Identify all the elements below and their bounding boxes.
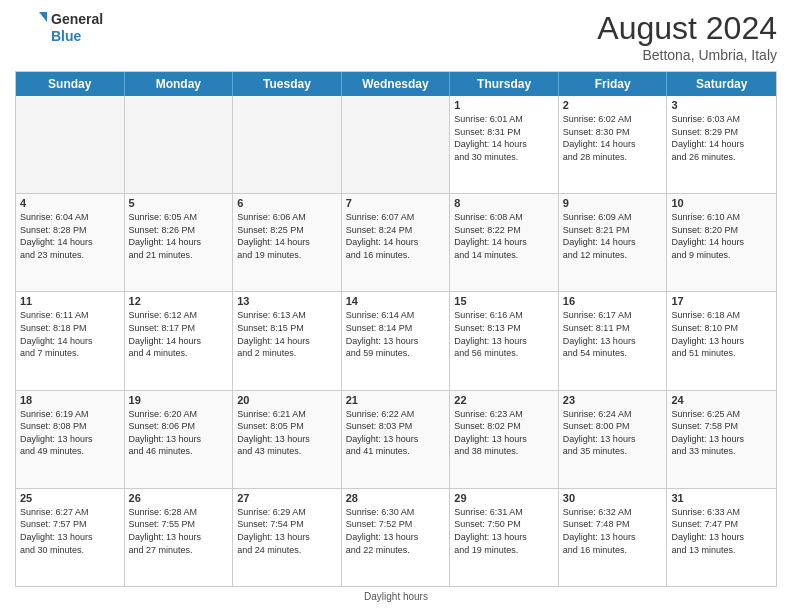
table-row: 14Sunrise: 6:14 AMSunset: 8:14 PMDayligh… [342, 292, 451, 389]
page: General Blue August 2024 Bettona, Umbria… [0, 0, 792, 612]
week-row-1: 1Sunrise: 6:01 AMSunset: 8:31 PMDaylight… [16, 96, 776, 194]
day-number: 17 [671, 295, 772, 307]
cell-info: Sunrise: 6:24 AMSunset: 8:00 PMDaylight:… [563, 408, 663, 458]
cell-info: Sunrise: 6:27 AMSunset: 7:57 PMDaylight:… [20, 506, 120, 556]
table-row: 30Sunrise: 6:32 AMSunset: 7:48 PMDayligh… [559, 489, 668, 586]
table-row: 15Sunrise: 6:16 AMSunset: 8:13 PMDayligh… [450, 292, 559, 389]
table-row: 5Sunrise: 6:05 AMSunset: 8:26 PMDaylight… [125, 194, 234, 291]
cell-info: Sunrise: 6:28 AMSunset: 7:55 PMDaylight:… [129, 506, 229, 556]
cell-info: Sunrise: 6:29 AMSunset: 7:54 PMDaylight:… [237, 506, 337, 556]
day-number: 18 [20, 394, 120, 406]
header-wednesday: Wednesday [342, 72, 451, 96]
day-number: 10 [671, 197, 772, 209]
day-number: 8 [454, 197, 554, 209]
table-row: 23Sunrise: 6:24 AMSunset: 8:00 PMDayligh… [559, 391, 668, 488]
cell-info: Sunrise: 6:31 AMSunset: 7:50 PMDaylight:… [454, 506, 554, 556]
table-row [342, 96, 451, 193]
cell-info: Sunrise: 6:05 AMSunset: 8:26 PMDaylight:… [129, 211, 229, 261]
calendar: SundayMondayTuesdayWednesdayThursdayFrid… [15, 71, 777, 587]
table-row [125, 96, 234, 193]
cell-info: Sunrise: 6:25 AMSunset: 7:58 PMDaylight:… [671, 408, 772, 458]
table-row: 13Sunrise: 6:13 AMSunset: 8:15 PMDayligh… [233, 292, 342, 389]
cell-info: Sunrise: 6:30 AMSunset: 7:52 PMDaylight:… [346, 506, 446, 556]
day-number: 7 [346, 197, 446, 209]
table-row: 16Sunrise: 6:17 AMSunset: 8:11 PMDayligh… [559, 292, 668, 389]
day-number: 21 [346, 394, 446, 406]
day-number: 2 [563, 99, 663, 111]
table-row: 17Sunrise: 6:18 AMSunset: 8:10 PMDayligh… [667, 292, 776, 389]
table-row: 28Sunrise: 6:30 AMSunset: 7:52 PMDayligh… [342, 489, 451, 586]
table-row: 20Sunrise: 6:21 AMSunset: 8:05 PMDayligh… [233, 391, 342, 488]
table-row: 9Sunrise: 6:09 AMSunset: 8:21 PMDaylight… [559, 194, 668, 291]
cell-info: Sunrise: 6:33 AMSunset: 7:47 PMDaylight:… [671, 506, 772, 556]
table-row: 7Sunrise: 6:07 AMSunset: 8:24 PMDaylight… [342, 194, 451, 291]
table-row: 11Sunrise: 6:11 AMSunset: 8:18 PMDayligh… [16, 292, 125, 389]
svg-marker-0 [39, 12, 47, 22]
cell-info: Sunrise: 6:07 AMSunset: 8:24 PMDaylight:… [346, 211, 446, 261]
day-number: 31 [671, 492, 772, 504]
table-row: 29Sunrise: 6:31 AMSunset: 7:50 PMDayligh… [450, 489, 559, 586]
calendar-body: 1Sunrise: 6:01 AMSunset: 8:31 PMDaylight… [16, 96, 776, 586]
day-number: 29 [454, 492, 554, 504]
month-title: August 2024 [597, 10, 777, 47]
cell-info: Sunrise: 6:18 AMSunset: 8:10 PMDaylight:… [671, 309, 772, 359]
cell-info: Sunrise: 6:09 AMSunset: 8:21 PMDaylight:… [563, 211, 663, 261]
cell-info: Sunrise: 6:13 AMSunset: 8:15 PMDaylight:… [237, 309, 337, 359]
week-row-4: 18Sunrise: 6:19 AMSunset: 8:08 PMDayligh… [16, 391, 776, 489]
title-block: August 2024 Bettona, Umbria, Italy [597, 10, 777, 63]
cell-info: Sunrise: 6:19 AMSunset: 8:08 PMDaylight:… [20, 408, 120, 458]
logo-blue: Blue [51, 28, 103, 45]
header-friday: Friday [559, 72, 668, 96]
day-number: 1 [454, 99, 554, 111]
table-row: 24Sunrise: 6:25 AMSunset: 7:58 PMDayligh… [667, 391, 776, 488]
calendar-header-row: SundayMondayTuesdayWednesdayThursdayFrid… [16, 72, 776, 96]
day-number: 12 [129, 295, 229, 307]
header-thursday: Thursday [450, 72, 559, 96]
day-number: 5 [129, 197, 229, 209]
table-row: 21Sunrise: 6:22 AMSunset: 8:03 PMDayligh… [342, 391, 451, 488]
day-number: 6 [237, 197, 337, 209]
table-row: 3Sunrise: 6:03 AMSunset: 8:29 PMDaylight… [667, 96, 776, 193]
day-number: 15 [454, 295, 554, 307]
footer-note: Daylight hours [15, 591, 777, 602]
day-number: 30 [563, 492, 663, 504]
table-row: 31Sunrise: 6:33 AMSunset: 7:47 PMDayligh… [667, 489, 776, 586]
day-number: 13 [237, 295, 337, 307]
table-row: 18Sunrise: 6:19 AMSunset: 8:08 PMDayligh… [16, 391, 125, 488]
table-row [233, 96, 342, 193]
day-number: 16 [563, 295, 663, 307]
cell-info: Sunrise: 6:17 AMSunset: 8:11 PMDaylight:… [563, 309, 663, 359]
cell-info: Sunrise: 6:32 AMSunset: 7:48 PMDaylight:… [563, 506, 663, 556]
table-row: 25Sunrise: 6:27 AMSunset: 7:57 PMDayligh… [16, 489, 125, 586]
table-row: 1Sunrise: 6:01 AMSunset: 8:31 PMDaylight… [450, 96, 559, 193]
header-monday: Monday [125, 72, 234, 96]
day-number: 20 [237, 394, 337, 406]
cell-info: Sunrise: 6:22 AMSunset: 8:03 PMDaylight:… [346, 408, 446, 458]
cell-info: Sunrise: 6:06 AMSunset: 8:25 PMDaylight:… [237, 211, 337, 261]
cell-info: Sunrise: 6:20 AMSunset: 8:06 PMDaylight:… [129, 408, 229, 458]
daylight-label: Daylight hours [364, 591, 428, 602]
table-row: 2Sunrise: 6:02 AMSunset: 8:30 PMDaylight… [559, 96, 668, 193]
cell-info: Sunrise: 6:02 AMSunset: 8:30 PMDaylight:… [563, 113, 663, 163]
table-row: 26Sunrise: 6:28 AMSunset: 7:55 PMDayligh… [125, 489, 234, 586]
location: Bettona, Umbria, Italy [597, 47, 777, 63]
cell-info: Sunrise: 6:23 AMSunset: 8:02 PMDaylight:… [454, 408, 554, 458]
day-number: 26 [129, 492, 229, 504]
header: General Blue August 2024 Bettona, Umbria… [15, 10, 777, 63]
week-row-3: 11Sunrise: 6:11 AMSunset: 8:18 PMDayligh… [16, 292, 776, 390]
table-row: 10Sunrise: 6:10 AMSunset: 8:20 PMDayligh… [667, 194, 776, 291]
cell-info: Sunrise: 6:12 AMSunset: 8:17 PMDaylight:… [129, 309, 229, 359]
header-saturday: Saturday [667, 72, 776, 96]
cell-info: Sunrise: 6:14 AMSunset: 8:14 PMDaylight:… [346, 309, 446, 359]
table-row: 8Sunrise: 6:08 AMSunset: 8:22 PMDaylight… [450, 194, 559, 291]
week-row-2: 4Sunrise: 6:04 AMSunset: 8:28 PMDaylight… [16, 194, 776, 292]
table-row: 6Sunrise: 6:06 AMSunset: 8:25 PMDaylight… [233, 194, 342, 291]
cell-info: Sunrise: 6:10 AMSunset: 8:20 PMDaylight:… [671, 211, 772, 261]
logo-general: General [51, 11, 103, 28]
logo-svg [15, 10, 47, 46]
day-number: 9 [563, 197, 663, 209]
cell-info: Sunrise: 6:21 AMSunset: 8:05 PMDaylight:… [237, 408, 337, 458]
day-number: 23 [563, 394, 663, 406]
header-tuesday: Tuesday [233, 72, 342, 96]
day-number: 19 [129, 394, 229, 406]
